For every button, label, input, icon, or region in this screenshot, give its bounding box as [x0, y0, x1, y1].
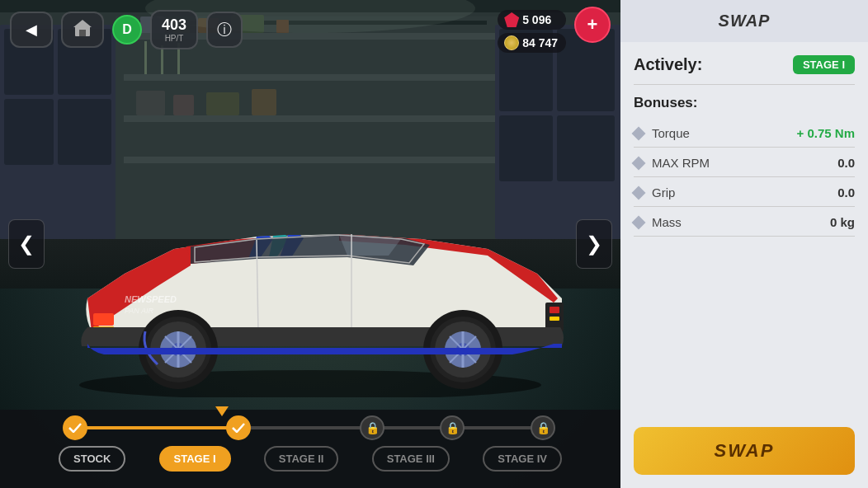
gems-row: 5 096 — [498, 10, 566, 30]
maxrpm-label: MAX RPM — [652, 156, 829, 170]
svg-text:NEWSPEED: NEWSPEED — [125, 294, 177, 304]
grip-value: 0.0 — [837, 185, 855, 199]
stage-bar: 🔒 🔒 🔒 STOCK STAGE I STAGE II STAGE III S… — [0, 410, 620, 488]
add-currency-button[interactable]: + — [574, 7, 611, 43]
svg-rect-24 — [206, 92, 239, 115]
maxrpm-diamond-icon — [632, 156, 646, 170]
stage-labels: STOCK STAGE I STAGE II STAGE III STAGE I… — [54, 446, 566, 472]
info-icon: ⓘ — [217, 20, 232, 40]
stage-3-button[interactable]: STAGE III — [372, 446, 450, 472]
stage-4-button[interactable]: STAGE IV — [483, 446, 562, 472]
swap-button-area: SWAP — [620, 417, 868, 488]
stage-indicator-arrow — [215, 405, 229, 420]
actively-row: Actively: STAGE I — [634, 55, 855, 74]
svg-rect-44 — [550, 317, 559, 321]
lock-icon-stage4: 🔒 — [536, 421, 550, 434]
svg-marker-65 — [215, 406, 229, 416]
bonus-row-torque: Torque + 0.75 Nm — [634, 120, 855, 148]
bonus-row-maxrpm: MAX RPM 0.0 — [634, 149, 855, 177]
left-panel: ◀ D 403 HP/T ⓘ — [0, 0, 620, 488]
svg-rect-22 — [136, 91, 165, 115]
svg-marker-35 — [73, 20, 92, 27]
lock-icon-stage3: 🔒 — [446, 421, 460, 434]
car-display: NEWSPEED PAN AIR — [25, 150, 596, 414]
divider-1 — [634, 84, 855, 85]
stage-track: 🔒 🔒 🔒 — [54, 416, 566, 439]
hp-unit: HP/T — [165, 34, 184, 43]
right-panel: SWAP Actively: STAGE I Bonuses: Torque +… — [620, 0, 868, 488]
garage-button[interactable] — [61, 12, 104, 48]
active-stage-badge: STAGE I — [793, 55, 855, 74]
stage-node-stock[interactable] — [63, 415, 87, 440]
info-button[interactable]: ⓘ — [206, 12, 243, 48]
bonuses-title: Bonuses: — [634, 95, 855, 111]
gems-value: 5 096 — [522, 13, 551, 26]
stage-node-stage4[interactable]: 🔒 — [531, 415, 555, 440]
back-icon: ◀ — [26, 21, 37, 39]
svg-rect-21 — [124, 115, 495, 122]
back-button[interactable]: ◀ — [10, 12, 53, 48]
maxrpm-value: 0.0 — [837, 156, 855, 170]
hp-display: 403 HP/T — [150, 10, 198, 49]
mass-value: 0 kg — [830, 215, 855, 229]
bonuses-section: Bonuses: Torque + 0.75 Nm MAX RPM 0.0 Gr… — [634, 95, 855, 237]
swap-content: Actively: STAGE I Bonuses: Torque + 0.75… — [620, 42, 868, 417]
svg-rect-17 — [124, 74, 495, 81]
svg-text:PAN AIR: PAN AIR — [125, 307, 154, 315]
track-active-line — [71, 426, 236, 429]
lock-icon-stage2: 🔒 — [366, 421, 380, 434]
grip-label: Grip — [652, 185, 829, 199]
car-svg: NEWSPEED PAN AIR — [26, 167, 595, 397]
garage-icon — [73, 20, 92, 40]
currency-display: 5 096 84 747 — [498, 10, 566, 53]
stage-node-stage1[interactable] — [226, 415, 251, 440]
torque-label: Torque — [652, 126, 789, 140]
mass-diamond-icon — [632, 215, 646, 229]
stage-node-stage3[interactable]: 🔒 — [440, 415, 465, 440]
hp-value: 403 — [162, 16, 186, 34]
stage-stock-button[interactable]: STOCK — [59, 446, 125, 472]
svg-rect-40 — [93, 313, 114, 326]
swap-button[interactable]: SWAP — [634, 427, 855, 475]
left-arrow-icon: ❮ — [18, 232, 35, 256]
svg-rect-25 — [252, 89, 276, 115]
prev-arrow-button[interactable]: ❮ — [8, 219, 45, 269]
mass-label: Mass — [652, 215, 822, 229]
grip-diamond-icon — [632, 185, 646, 199]
swap-title: SWAP — [620, 0, 868, 42]
torque-diamond-icon — [632, 126, 646, 140]
next-arrow-button[interactable]: ❯ — [576, 219, 612, 269]
stage-2-button[interactable]: STAGE II — [264, 446, 339, 472]
right-arrow-icon: ❯ — [586, 232, 602, 256]
svg-rect-23 — [173, 95, 194, 115]
actively-label: Actively: — [634, 55, 702, 74]
svg-rect-19 — [161, 45, 163, 74]
grade-letter: D — [122, 22, 132, 37]
torque-value: + 0.75 Nm — [797, 126, 855, 140]
svg-rect-43 — [550, 307, 559, 313]
bonus-row-grip: Grip 0.0 — [634, 179, 855, 207]
coins-row: 84 747 — [498, 33, 566, 53]
gem-icon — [504, 12, 519, 27]
coins-value: 84 747 — [522, 36, 558, 49]
coin-icon — [504, 35, 519, 50]
svg-rect-36 — [79, 30, 86, 36]
grade-badge: D — [112, 15, 142, 45]
bonus-row-mass: Mass 0 kg — [634, 209, 855, 237]
stage-1-button[interactable]: STAGE I — [159, 446, 231, 472]
stage-node-stage2[interactable]: 🔒 — [360, 415, 384, 440]
main-container: ◀ D 403 HP/T ⓘ — [0, 0, 868, 488]
